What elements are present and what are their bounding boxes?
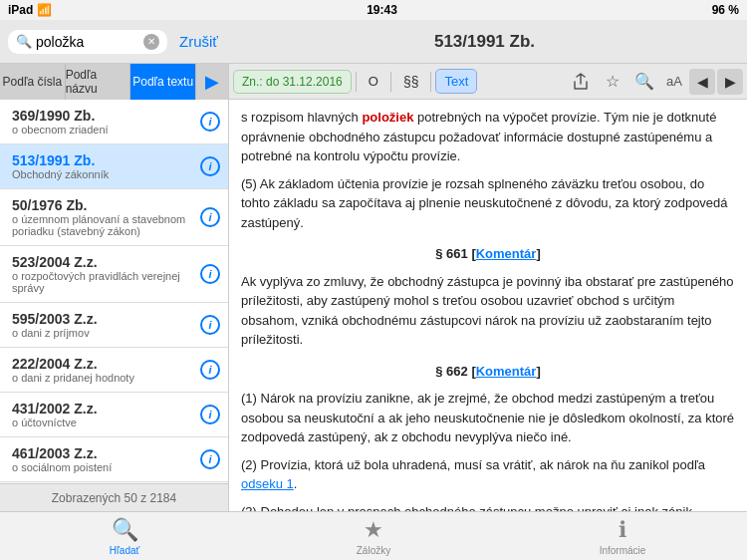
law-item[interactable]: 369/1990 Zb. o obecnom zriadení i: [0, 100, 228, 144]
info-tab-label: Informácie: [600, 545, 646, 556]
tab-search[interactable]: 🔍 Hľadať: [0, 512, 249, 560]
law-item[interactable]: 523/2004 Z.z. o rozpočtových pravidlách …: [0, 246, 228, 303]
left-panel: Podľa čísla Podľa názvu Podľa textu ▶ 36…: [0, 64, 229, 511]
text-view-button[interactable]: Text: [435, 69, 477, 94]
komentar-link[interactable]: Komentár: [476, 364, 537, 379]
main-area: Podľa čísla Podľa názvu Podľa textu ▶ 36…: [0, 64, 747, 511]
bookmarks-tab-icon: ★: [364, 517, 383, 543]
odsek-link[interactable]: odseku 1: [241, 476, 294, 491]
wifi-icon: 📶: [37, 3, 52, 17]
toolbar-separator: [356, 72, 357, 92]
toolbar-separator: [390, 72, 391, 92]
ipad-label: iPad: [8, 3, 33, 17]
komentar-link[interactable]: Komentár: [476, 246, 537, 261]
paragraphs-button[interactable]: §§: [395, 70, 427, 94]
info-icon[interactable]: i: [200, 156, 220, 176]
font-size-button[interactable]: aA: [661, 72, 687, 91]
right-toolbar: Zn.: do 31.12.2016 O §§ Text ☆ 🔍 aA ◀ ▶: [229, 64, 747, 100]
section-heading: § 662 [Komentár]: [241, 362, 735, 382]
bookmarks-tab-label: Záložky: [357, 545, 390, 556]
info-icon[interactable]: i: [200, 112, 220, 132]
next-section-button[interactable]: ▶: [717, 69, 743, 95]
cancel-search-button[interactable]: Zrušiť: [175, 29, 222, 54]
battery-indicator: 96 %: [712, 3, 739, 17]
right-panel: Zn.: do 31.12.2016 O §§ Text ☆ 🔍 aA ◀ ▶ …: [229, 64, 747, 511]
bookmark-star-button[interactable]: ☆: [598, 68, 627, 96]
date-filter-button[interactable]: Zn.: do 31.12.2016: [233, 70, 352, 94]
law-item[interactable]: 431/2002 Z.z. o účtovníctve i: [0, 393, 228, 437]
info-icon[interactable]: i: [200, 360, 220, 380]
prev-section-button[interactable]: ◀: [689, 69, 715, 95]
content-paragraph: (2) Provízia, ktorá už bola uhradená, mu…: [241, 455, 735, 494]
tab-nazvu[interactable]: Podľa názvu: [66, 64, 131, 100]
law-item[interactable]: 595/2003 Z.z. o dani z príjmov i: [0, 303, 228, 348]
search-tab-label: Hľadať: [110, 545, 140, 556]
header-title: 513/1991 Zb.: [230, 32, 739, 52]
search-icon: 🔍: [16, 34, 32, 49]
list-footer: Zobrazených 50 z 2184: [0, 483, 228, 511]
info-icon[interactable]: i: [200, 405, 220, 424]
law-item[interactable]: 50/1976 Zb. o územnom plánovaní a staveb…: [0, 189, 228, 246]
tab-bookmarks[interactable]: ★ Záložky: [249, 512, 498, 560]
content-paragraph: Ak vyplýva zo zmluvy, že obchodný zástup…: [241, 272, 735, 350]
search-bar: 🔍 ✕ Zrušiť 513/1991 Zb.: [0, 20, 747, 64]
toolbar-separator: [430, 72, 431, 92]
info-icon[interactable]: i: [200, 315, 220, 335]
share-button[interactable]: [566, 68, 596, 96]
info-tab-icon: ℹ: [619, 517, 626, 543]
content-area: s rozpisom hlavných položiek potrebných …: [229, 100, 747, 511]
law-list: 369/1990 Zb. o obecnom zriadení i 513/19…: [0, 100, 228, 483]
bottom-tab-bar: 🔍 Hľadať ★ Záložky ℹ Informácie: [0, 511, 747, 560]
status-bar: iPad 📶 19:43 96 %: [0, 0, 747, 20]
content-paragraph: (5) Ak základom účtenia provízie je rozs…: [241, 174, 735, 233]
law-item[interactable]: 461/2003 Z.z. o sociálnom poistení i: [0, 437, 228, 482]
left-tab-bar: Podľa čísla Podľa názvu Podľa textu ▶: [0, 64, 228, 100]
content-paragraph: s rozpisom hlavných položiek potrebných …: [241, 108, 735, 166]
tab-arrow-button[interactable]: ▶: [196, 64, 228, 100]
law-item[interactable]: 513/1991 Zb. Obchodný zákonník i: [0, 144, 228, 189]
tab-cisla[interactable]: Podľa čísla: [0, 64, 66, 100]
search-input-wrapper: 🔍 ✕: [8, 30, 167, 54]
content-search-button[interactable]: 🔍: [629, 68, 659, 96]
info-icon[interactable]: i: [200, 207, 220, 227]
status-left: iPad 📶: [8, 3, 52, 17]
tab-info[interactable]: ℹ Informácie: [498, 512, 747, 560]
content-paragraph: (1) Nárok na províziu zanikne, ak je zre…: [241, 389, 735, 447]
info-icon[interactable]: i: [200, 449, 220, 469]
law-item[interactable]: 222/2004 Z.z. o dani z pridanej hodnoty …: [0, 348, 228, 393]
content-paragraph: (3) Dohodou len v prospech obchodného zá…: [241, 502, 735, 512]
tab-textu[interactable]: Podľa textu: [130, 64, 196, 100]
highlight-word: položiek: [362, 110, 413, 125]
search-input[interactable]: [36, 34, 139, 50]
overview-button[interactable]: O: [361, 70, 386, 93]
clear-input-button[interactable]: ✕: [143, 34, 159, 50]
search-tab-icon: 🔍: [112, 517, 138, 543]
info-icon[interactable]: i: [200, 264, 220, 284]
status-time: 19:43: [367, 3, 397, 17]
section-heading: § 661 [Komentár]: [241, 244, 735, 264]
